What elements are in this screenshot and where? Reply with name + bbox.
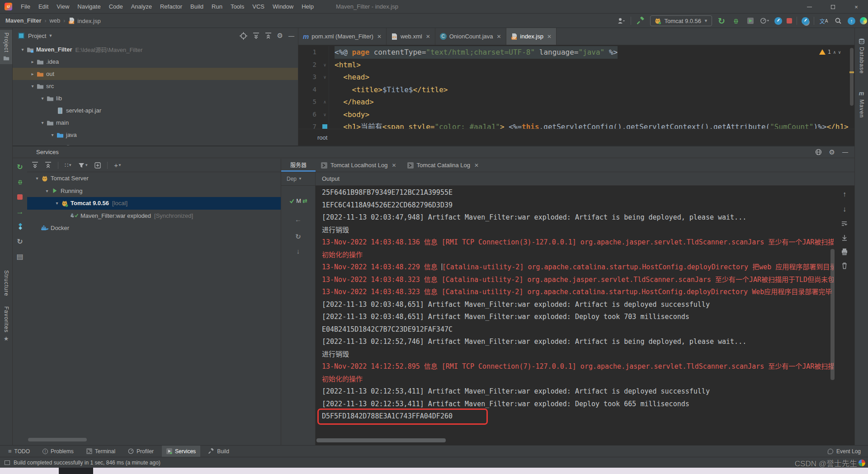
sidebar-item-database[interactable]: Database xyxy=(855,35,868,76)
project-tree-row-main[interactable]: ▾main xyxy=(13,117,298,129)
editor-tab-onioncount.java[interactable]: COnionCount.java✕ xyxy=(435,28,506,45)
menu-help[interactable]: Help xyxy=(297,0,318,13)
chevron-down-icon[interactable]: ▾ xyxy=(29,84,36,89)
editor-breadcrumb[interactable]: root xyxy=(298,129,854,145)
close-tab-icon[interactable]: ✕ xyxy=(547,33,552,40)
settings-gear-icon[interactable]: ⚙ xyxy=(829,148,835,156)
chevron-right-icon[interactable]: ▸ xyxy=(29,59,36,64)
menu-edit[interactable]: Edit xyxy=(34,0,52,13)
menu-file[interactable]: File xyxy=(17,0,34,13)
next-warning-icon[interactable]: ∨ xyxy=(838,50,841,55)
services-tree-row-running[interactable]: ▾Running xyxy=(27,185,281,197)
close-tab-icon[interactable]: ✕ xyxy=(392,162,396,169)
user-profile-icon[interactable] xyxy=(616,16,626,26)
toolwindow-button-services[interactable]: Services xyxy=(162,446,200,457)
rerun-server-icon[interactable]: ↻ xyxy=(17,162,23,172)
fold-marker-icon[interactable]: ∧ xyxy=(321,96,329,108)
rerun-icon[interactable]: ↻ xyxy=(717,16,726,26)
menu-analyze[interactable]: Analyze xyxy=(127,0,156,13)
services-tree-row-docker[interactable]: Docker xyxy=(27,222,281,235)
code-editor[interactable]: 1 ∧ ∨ 1<%@ page contentType="text/html;c… xyxy=(298,45,854,129)
breadcrumb-item[interactable]: Maven_Filter xyxy=(5,17,41,24)
toolwindow-button-todo[interactable]: ≡TODO xyxy=(4,446,34,457)
code-line-3[interactable]: 3∨ <head> xyxy=(298,71,854,84)
editor-tab-index.jsp[interactable]: JSPindex.jsp✕ xyxy=(506,28,557,45)
services-tree-row-tomcat-9.0.56[interactable]: ▾Tomcat 9.0.56[local] xyxy=(27,197,281,210)
intellij-profiler-icon[interactable] xyxy=(774,17,782,25)
console-hscrollbar[interactable] xyxy=(316,438,446,442)
project-tree-row-servlet-api.jar[interactable]: servlet-api.jar xyxy=(13,104,298,117)
console-scrollbar[interactable] xyxy=(830,249,835,380)
scroll-to-end-icon[interactable] xyxy=(841,234,848,241)
update-icon[interactable]: ↑ xyxy=(848,17,855,25)
code-line-2[interactable]: 2∨<html> xyxy=(298,59,854,71)
filter-icon[interactable]: ▼ xyxy=(78,162,88,169)
status-message[interactable]: Build completed successfully in 1 sec, 8… xyxy=(14,460,160,466)
fold-marker-icon[interactable]: ∨ xyxy=(321,108,329,121)
run-configuration-select[interactable]: Tomcat 9.0.56 ▼ xyxy=(650,15,712,26)
chevron-right-icon[interactable]: ▸ xyxy=(29,71,36,76)
menu-refactor[interactable]: Refactor xyxy=(156,0,186,13)
build-hammer-icon[interactable] xyxy=(636,16,646,26)
menu-code[interactable]: Code xyxy=(105,0,127,13)
sidebar-item-project[interactable]: Project xyxy=(0,30,12,64)
chevron-down-icon[interactable]: ▾ xyxy=(19,47,26,52)
close-button[interactable]: × xyxy=(844,0,868,14)
hide-panel-icon[interactable]: — xyxy=(288,33,294,39)
project-tree-row-lib[interactable]: ▾lib xyxy=(13,92,298,104)
project-tree-row-item[interactable]: ▸ xyxy=(13,141,298,145)
sidebar-item-structure[interactable]: Structure xyxy=(0,268,12,299)
stop-server-icon[interactable] xyxy=(17,192,23,202)
scroll-up-icon[interactable]: ↑ xyxy=(843,190,846,198)
deploy-icon[interactable]: → xyxy=(16,207,24,216)
debug-icon[interactable] xyxy=(731,16,741,26)
editor-tab-web.xml[interactable]: <>web.xml✕ xyxy=(387,28,435,45)
collapse-all-icon[interactable] xyxy=(265,33,272,39)
undeploy-icon[interactable]: ← xyxy=(281,216,315,223)
chevron-down-icon[interactable]: ▾ xyxy=(53,201,61,206)
project-tree-row-out[interactable]: ▸out xyxy=(13,68,298,80)
print-icon[interactable] xyxy=(841,248,848,255)
translate-icon[interactable]: 文A xyxy=(819,16,829,26)
deployment-status-row[interactable]: M ⇄ xyxy=(281,197,315,204)
close-tab-icon[interactable]: ✕ xyxy=(426,33,430,40)
editor-tab-pom.xml-maven-filter-[interactable]: mpom.xml (Maven_Filter)✕ xyxy=(298,28,387,45)
code-line-4[interactable]: 4 <title>$Title$</title> xyxy=(298,84,854,96)
scroll-down-icon[interactable]: ↓ xyxy=(843,205,846,213)
console-output[interactable]: 25F6461B98FB79349E712BC21A39955E1EFC6C41… xyxy=(316,187,834,445)
refresh-icon[interactable]: ↻ xyxy=(281,233,315,241)
chevron-down-icon[interactable]: ▾ xyxy=(43,188,51,193)
endpoints-icon[interactable] xyxy=(17,222,24,231)
menu-build[interactable]: Build xyxy=(186,0,208,13)
code-line-5[interactable]: 5∧ </head> xyxy=(298,96,854,108)
group-by-icon[interactable]: ∷▼ xyxy=(65,162,72,169)
clear-all-icon[interactable] xyxy=(841,262,848,269)
globe-icon[interactable] xyxy=(815,149,822,155)
console[interactable]: 25F6461B98FB79349E712BC21A39955E1EFC6C41… xyxy=(316,186,854,445)
add-service-icon[interactable]: +▼ xyxy=(114,161,122,169)
profiler-settings-icon[interactable] xyxy=(802,17,809,25)
sidebar-item-maven[interactable]: m Maven xyxy=(855,87,868,121)
close-tab-icon[interactable]: ✕ xyxy=(377,33,382,40)
inspection-widget[interactable]: 1 ∧ ∨ xyxy=(819,49,841,55)
breadcrumb-item[interactable]: JSPindex.jsp xyxy=(68,17,100,24)
maximize-button[interactable] xyxy=(821,0,844,14)
debug-server-icon[interactable] xyxy=(17,177,24,187)
minimize-button[interactable] xyxy=(797,0,821,14)
dashboard-icon[interactable]: ▤ xyxy=(16,252,23,261)
color-preview-swatch[interactable] xyxy=(321,121,329,129)
collapse-all-icon[interactable] xyxy=(45,162,52,169)
close-tab-icon[interactable]: ✕ xyxy=(497,33,501,40)
chevron-down-icon[interactable]: ▾ xyxy=(49,132,56,137)
services-tab-server[interactable]: 服务器 xyxy=(281,159,316,172)
deployment-column-header[interactable]: Dep▼ xyxy=(281,172,315,186)
search-everywhere-icon[interactable] xyxy=(833,16,843,26)
toolwindow-button-build[interactable]: Build xyxy=(204,446,234,457)
services-tree-row-maven-filter-war-exploded[interactable]: Maven_Filter:war exploded[Synchronized] xyxy=(27,210,281,222)
project-tree-row-.idea[interactable]: ▸.idea xyxy=(13,56,298,68)
prev-warning-icon[interactable]: ∧ xyxy=(833,50,836,55)
project-panel-title[interactable]: Project xyxy=(28,33,46,39)
code-line-7[interactable]: 7 <h1>当前有<span style="color: #aa1a1"> <%… xyxy=(298,121,854,129)
project-tree-row-java[interactable]: ▾java xyxy=(13,129,298,141)
chevron-down-icon[interactable]: ▾ xyxy=(39,96,46,101)
